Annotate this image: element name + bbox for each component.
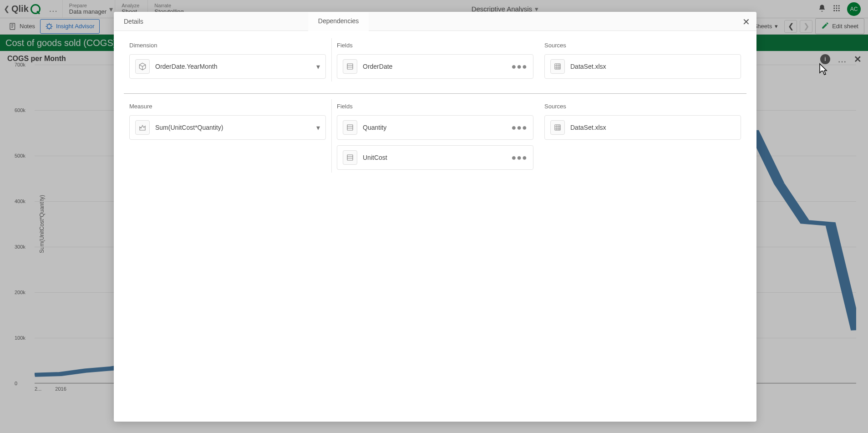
measure-item[interactable]: Sum(UnitCost*Quantity) ▾ xyxy=(129,115,326,140)
field-name: Quantity xyxy=(363,124,506,131)
dimension-item[interactable]: OrderDate.YearMonth ▾ xyxy=(129,54,326,79)
svg-rect-16 xyxy=(555,64,560,69)
sources-section-label: Sources xyxy=(544,103,741,110)
more-menu-icon[interactable]: ●●● xyxy=(511,123,528,132)
fields-section-label: Fields xyxy=(337,42,533,49)
field-item[interactable]: UnitCost ●●● xyxy=(337,145,533,170)
spreadsheet-icon xyxy=(550,120,565,135)
chevron-down-icon: ▾ xyxy=(316,62,320,71)
more-menu-icon[interactable]: ●●● xyxy=(511,62,528,71)
measure-icon xyxy=(135,120,150,135)
source-item[interactable]: DataSet.xlsx xyxy=(544,54,741,79)
field-name: OrderDate xyxy=(363,63,506,70)
svg-rect-19 xyxy=(555,125,560,130)
fields-section-label: Fields xyxy=(337,103,533,110)
measure-section-label: Measure xyxy=(129,103,326,110)
measure-name: Sum(UnitCost*Quantity) xyxy=(155,124,311,131)
svg-rect-17 xyxy=(347,125,353,130)
source-name: DataSet.xlsx xyxy=(570,124,735,131)
chevron-down-icon: ▾ xyxy=(316,123,320,132)
source-name: DataSet.xlsx xyxy=(570,63,735,70)
tab-dependencies[interactable]: Dependencies xyxy=(308,12,369,31)
cube-icon xyxy=(135,59,150,74)
table-icon xyxy=(343,59,357,74)
dimension-section-label: Dimension xyxy=(129,42,326,49)
svg-rect-15 xyxy=(347,64,353,69)
table-icon xyxy=(343,120,357,135)
source-item[interactable]: DataSet.xlsx xyxy=(544,115,741,140)
table-icon xyxy=(343,150,357,165)
svg-rect-18 xyxy=(347,155,353,160)
more-menu-icon[interactable]: ●●● xyxy=(511,153,528,163)
field-item[interactable]: OrderDate ●●● xyxy=(337,54,533,79)
modal-tabs: Details Dependencies ✕ xyxy=(114,12,756,31)
dependencies-modal: Details Dependencies ✕ Dimension OrderDa… xyxy=(114,12,756,422)
sources-section-label: Sources xyxy=(544,42,741,49)
tab-details[interactable]: Details xyxy=(114,12,153,31)
field-item[interactable]: Quantity ●●● xyxy=(337,115,533,140)
dimension-name: OrderDate.YearMonth xyxy=(155,63,311,70)
spreadsheet-icon xyxy=(550,59,565,74)
modal-close-icon[interactable]: ✕ xyxy=(742,16,750,27)
field-name: UnitCost xyxy=(363,154,506,161)
